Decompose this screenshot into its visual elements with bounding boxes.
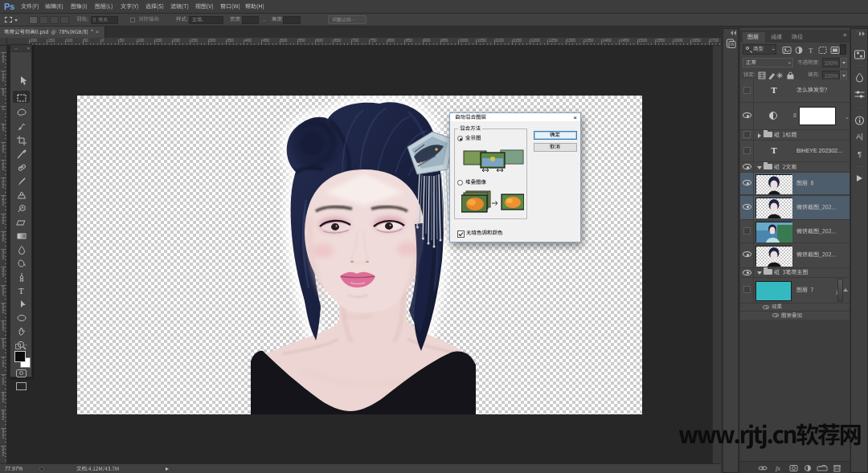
svg-text:T: T — [18, 286, 24, 296]
svg-text:T: T — [809, 47, 813, 55]
svg-text:fx: fx — [776, 465, 780, 472]
